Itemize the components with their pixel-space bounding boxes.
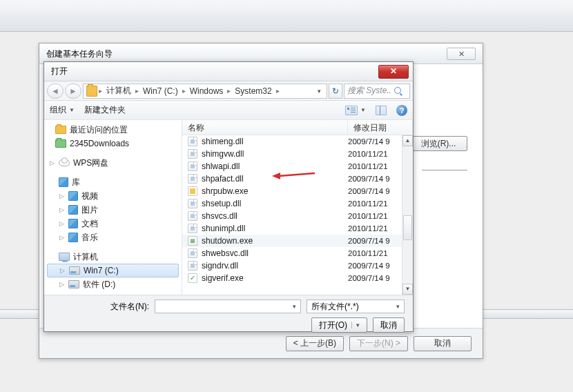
breadcrumb[interactable]: System32 [232, 86, 274, 96]
wizard-close-button[interactable]: ✕ [447, 48, 476, 60]
file-name: shsetup.dll [202, 199, 344, 208]
file-name: shunimpl.dll [202, 224, 344, 233]
file-name: shimeng.dll [202, 137, 344, 146]
tree-item[interactable]: ▷文档 [44, 217, 182, 231]
next-button[interactable]: 下一步(N) > [349, 336, 408, 351]
nav-tree: 最近访问的位置 2345Downloads ▷WPS网盘 库 ▷视频 ▷图片 ▷… [44, 120, 182, 295]
tree-item[interactable]: ▷图片 [44, 203, 182, 217]
wizard-cancel-button[interactable]: 取消 [414, 336, 472, 351]
view-icon [345, 106, 358, 115]
scroll-thumb[interactable] [403, 215, 412, 240]
tree-item[interactable]: ▷音乐 [44, 231, 182, 244]
file-name: shrpubw.exe [202, 186, 344, 196]
tree-item[interactable]: 计算机 [44, 250, 182, 264]
tree-item[interactable]: 2345Downloads [44, 137, 182, 150]
file-icon [188, 211, 197, 221]
file-row[interactable]: shimeng.dll2009/7/14 9 [182, 135, 413, 148]
file-date: 2010/11/21 [348, 224, 407, 233]
nav-back-button[interactable]: ◄ [47, 84, 64, 99]
file-row[interactable]: sigverif.exe2009/7/14 9 [182, 272, 413, 284]
file-date: 2010/11/21 [348, 249, 407, 257]
refresh-button[interactable]: ↻ [329, 84, 342, 99]
pane-button[interactable] [376, 106, 387, 115]
col-date[interactable]: 修改日期 [348, 120, 413, 135]
scrollbar[interactable]: ▲ ▼ [402, 135, 413, 295]
tree-item[interactable]: 最近访问的位置 [44, 123, 182, 137]
filter-select[interactable]: 所有文件(*.*)▾ [307, 300, 405, 313]
file-name: shimgvw.dll [202, 149, 344, 159]
computer-icon [59, 253, 70, 261]
tree-item[interactable]: ▷软件 (D:) [44, 277, 182, 291]
drive-icon [69, 266, 80, 275]
nav-fwd-button[interactable]: ► [65, 84, 81, 99]
breadcrumb[interactable]: Windows [187, 86, 226, 96]
file-date: 2009/7/14 9 [348, 274, 407, 282]
tree-item[interactable]: ▷视频 [44, 189, 182, 203]
file-name: sigverif.exe [202, 273, 344, 283]
file-icon [188, 186, 197, 196]
file-name: signdrv.dll [202, 261, 344, 271]
file-name: shlwapi.dll [202, 161, 344, 171]
view-button[interactable]: ▼ [345, 106, 366, 115]
file-date: 2010/11/21 [348, 199, 407, 208]
tree-item-selected[interactable]: ▷Win7 (C:) [47, 264, 179, 277]
file-icon [188, 199, 197, 208]
cloud-icon [59, 159, 70, 166]
file-row[interactable]: shpafact.dll2009/7/14 9 [182, 173, 413, 185]
file-name: shpafact.dll [202, 174, 344, 184]
file-date: 2009/7/14 9 [348, 175, 407, 183]
file-date: 2010/11/21 [348, 162, 407, 170]
location-bar[interactable]: ▸ 计算机 ▸ Win7 (C:) ▸ Windows ▸ System32 ▸… [83, 84, 327, 99]
close-button[interactable]: ✕ [378, 65, 409, 79]
tree-item[interactable]: 库 [44, 175, 182, 189]
organize-button[interactable]: 组织▼ [50, 104, 75, 116]
file-date: 2009/7/14 9 [348, 137, 407, 146]
file-row[interactable]: shlwapi.dll2010/11/21 [182, 160, 413, 173]
search-input[interactable]: 搜索 Syste.. [344, 84, 410, 99]
file-list: 名称 修改日期 shimeng.dll2009/7/14 9shimgvw.dl… [182, 120, 413, 295]
file-row[interactable]: signdrv.dll2009/7/14 9 [182, 259, 413, 272]
open-button[interactable]: 打开(O)▾ [311, 317, 367, 333]
breadcrumb[interactable]: Win7 (C:) [140, 86, 181, 96]
wizard-title: 创建基本任务向导 [46, 43, 113, 64]
scroll-up[interactable]: ▲ [402, 135, 413, 146]
file-icon [188, 236, 197, 246]
file-icon [188, 149, 197, 159]
help-button[interactable]: ? [396, 105, 407, 116]
file-icon [188, 174, 197, 184]
file-date: 2010/11/21 [348, 150, 407, 158]
open-dialog: 打开 ✕ ◄ ► ▸ 计算机 ▸ Win7 (C:) ▸ Windows ▸ S… [43, 61, 414, 332]
col-name[interactable]: 名称 [182, 120, 348, 135]
file-row[interactable]: shunimpl.dll2010/11/21 [182, 222, 413, 235]
file-row[interactable]: shsetup.dll2010/11/21 [182, 197, 413, 210]
file-row[interactable]: shsvcs.dll2010/11/21 [182, 210, 413, 222]
breadcrumb[interactable]: 计算机 [104, 85, 134, 97]
file-icon [188, 137, 197, 146]
library-icon [68, 205, 78, 215]
file-row[interactable]: shrpubw.exe2009/7/14 9 [182, 185, 413, 197]
file-icon [188, 248, 197, 258]
wizard-text-field[interactable] [422, 161, 467, 170]
location-dropdown[interactable]: ▾ [315, 88, 324, 95]
file-date: 2009/7/14 9 [348, 262, 407, 270]
file-date: 2009/7/14 9 [348, 187, 407, 195]
library-icon [68, 233, 78, 242]
back-button[interactable]: < 上一步(B) [286, 336, 344, 351]
file-name: shwebsvc.dll [202, 248, 344, 258]
list-header: 名称 修改日期 [182, 120, 413, 135]
file-row[interactable]: shimgvw.dll2010/11/21 [182, 148, 413, 160]
tree-item[interactable]: ▷WPS网盘 [44, 156, 182, 170]
dialog-cancel-button[interactable]: 取消 [373, 317, 405, 333]
library-icon [68, 191, 78, 201]
file-name: shutdown.exe [202, 236, 344, 246]
browse-button[interactable]: 浏览(R)... [409, 136, 467, 151]
file-icon [188, 273, 197, 283]
folder-icon [55, 139, 66, 148]
library-icon [68, 219, 78, 228]
scroll-down[interactable]: ▼ [402, 284, 413, 295]
filename-input[interactable]: ▾ [155, 300, 301, 313]
file-row[interactable]: shutdown.exe2009/7/14 9 [182, 235, 413, 247]
dialog-titlebar: 打开 ✕ [44, 62, 413, 81]
file-row[interactable]: shwebsvc.dll2010/11/21 [182, 247, 413, 259]
new-folder-button[interactable]: 新建文件夹 [84, 104, 126, 116]
